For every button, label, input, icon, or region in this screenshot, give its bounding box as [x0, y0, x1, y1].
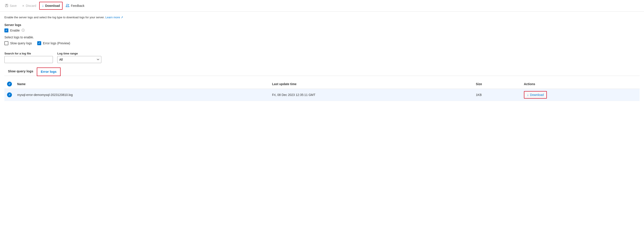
download-icon: ↓ [42, 4, 44, 8]
server-logs-label: Server logs [4, 23, 640, 27]
header-checkbox-cell: ✓ [4, 79, 14, 89]
row-select-checkbox[interactable]: ✓ [7, 92, 12, 97]
row-last-update: Fri, 08 Dec 2023 12:35:11 GMT [270, 89, 473, 101]
header-last-update: Last update time [270, 79, 473, 89]
discard-icon: ✕ [22, 4, 24, 8]
select-logs-label: Select logs to enable. [4, 36, 640, 39]
download-label: Download [45, 4, 60, 8]
row-name: mysql-error-demomysql-2023120810.log [14, 89, 270, 101]
toolbar: Save ✕ Discard ↓ Download Feedback [0, 0, 644, 12]
enable-row: ✓ Enable ⓘ [4, 29, 640, 33]
search-group: Search for a log file [4, 52, 53, 63]
feedback-icon [66, 4, 70, 8]
row-download-icon: ↓ [527, 93, 529, 97]
svg-rect-2 [6, 6, 8, 7]
error-logs-row: ✓ Error logs (Preview) [37, 41, 70, 45]
tab-slow-query-logs[interactable]: Slow query logs [4, 68, 37, 76]
svg-rect-1 [6, 4, 7, 5]
discard-button[interactable]: ✕ Discard [20, 3, 38, 9]
error-logs-checkmark: ✓ [38, 42, 40, 45]
row-download-button[interactable]: ↓ Download [524, 91, 547, 99]
error-logs-checkbox[interactable]: ✓ [37, 41, 41, 45]
discard-label: Discard [26, 4, 36, 8]
feedback-label: Feedback [71, 4, 84, 8]
log-time-range-select[interactable]: All Last 1 hour Last 6 hours Last 12 hou… [57, 56, 101, 63]
row-size: 1KB [473, 89, 521, 101]
search-label: Search for a log file [4, 52, 53, 55]
filter-row: Search for a log file Log time range All… [4, 52, 640, 63]
row-checkbox-cell: ✓ [4, 89, 14, 101]
enable-checkbox[interactable]: ✓ [4, 29, 8, 33]
logs-selection: ✓ Slow query logs ✓ Error logs (Preview) [4, 41, 640, 47]
tab-error-logs[interactable]: Error logs [37, 68, 60, 76]
header-select-all-checkbox[interactable]: ✓ [7, 82, 12, 86]
table-header-row: ✓ Name Last update time Size Actions [4, 79, 640, 89]
log-time-range-group: Log time range All Last 1 hour Last 6 ho… [57, 52, 101, 63]
enable-label: Enable [10, 29, 20, 32]
log-time-range-label: Log time range [57, 52, 101, 55]
learn-more-link[interactable]: Learn more ↗ [105, 16, 123, 19]
tabs-row: Slow query logs Error logs [4, 68, 640, 76]
error-logs-label: Error logs (Preview) [43, 42, 70, 45]
tab-error-logs-label: Error logs [41, 70, 56, 73]
description-text: Enable the server logs and select the lo… [4, 15, 640, 20]
log-table: ✓ Name Last update time Size Actions ✓ m… [4, 79, 640, 101]
save-label: Save [10, 4, 17, 8]
row-actions-cell: ↓ Download [521, 89, 640, 101]
slow-query-label: Slow query logs [10, 42, 32, 45]
enable-checkmark: ✓ [5, 29, 8, 32]
header-size: Size [473, 79, 521, 89]
download-button[interactable]: ↓ Download [39, 2, 62, 10]
search-input[interactable] [4, 56, 53, 63]
slow-query-row: ✓ Slow query logs [4, 41, 32, 45]
enable-info-icon[interactable]: ⓘ [22, 29, 25, 33]
server-logs-section: Server logs ✓ Enable ⓘ [4, 23, 640, 33]
header-name: Name [14, 79, 270, 89]
row-download-label: Download [530, 93, 544, 97]
save-icon [5, 4, 8, 8]
external-link-icon: ↗ [121, 16, 123, 19]
main-content: Enable the server logs and select the lo… [0, 12, 644, 105]
header-checkmark: ✓ [8, 82, 11, 86]
table-row: ✓ mysql-error-demomysql-2023120810.log F… [4, 89, 640, 101]
select-logs-section: Select logs to enable. ✓ Slow query logs… [4, 36, 640, 47]
save-button[interactable]: Save [3, 3, 19, 9]
header-actions: Actions [521, 79, 640, 89]
svg-point-3 [66, 4, 68, 6]
row-checkmark: ✓ [8, 93, 11, 96]
feedback-button[interactable]: Feedback [64, 3, 86, 9]
slow-query-checkbox[interactable]: ✓ [4, 41, 8, 45]
tab-slow-query-label: Slow query logs [8, 69, 33, 73]
